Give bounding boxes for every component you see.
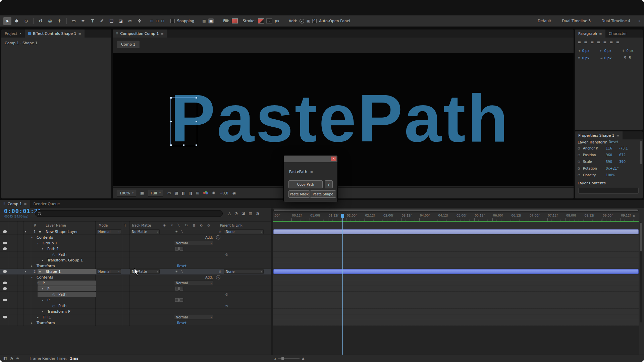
- proportional-grid-icon[interactable]: ▣: [208, 18, 214, 23]
- property-value[interactable]: 960: [606, 153, 612, 157]
- snap-to-features-icon[interactable]: ⊟: [156, 19, 159, 23]
- add-property-button[interactable]: ▸: [216, 275, 220, 280]
- path-selection-outline[interactable]: [170, 97, 197, 146]
- copy-path-button[interactable]: Copy Path: [288, 180, 323, 188]
- panel-grip-icon[interactable]: ⠿: [116, 32, 118, 35]
- twirl-icon[interactable]: ▸: [31, 321, 33, 324]
- path-operation-icon[interactable]: [175, 247, 179, 251]
- twirl-icon[interactable]: ▾: [42, 247, 43, 250]
- hand-tool[interactable]: ✱: [13, 17, 21, 25]
- clone-stamp-tool[interactable]: ❏: [107, 17, 115, 25]
- path-operation-icon[interactable]: [179, 247, 183, 251]
- column-track-matte[interactable]: Track Matte: [131, 224, 151, 227]
- twirl-icon[interactable]: ▾: [25, 270, 26, 273]
- timeline-row-transform-16[interactable]: ▸TransformReset: [0, 320, 271, 326]
- motion-blur-icon[interactable]: ◑: [256, 211, 259, 216]
- add-property-button[interactable]: ▸: [216, 235, 220, 240]
- pickwhip-icon[interactable]: ◎: [225, 304, 228, 307]
- pen-tool[interactable]: ✒: [79, 17, 87, 25]
- tab-character[interactable]: Character: [605, 29, 630, 38]
- panel-menu-icon[interactable]: ≡: [161, 32, 163, 36]
- reset-link[interactable]: Reset: [609, 140, 618, 144]
- panel-menu-icon[interactable]: ≡: [310, 170, 313, 174]
- reset-link[interactable]: Reset: [177, 264, 186, 268]
- path-operation-icon[interactable]: [175, 287, 179, 291]
- tab-render-queue[interactable]: Render Queue: [30, 200, 63, 208]
- timeline-divider[interactable]: [271, 208, 273, 355]
- parent-link-dropdown[interactable]: None▾: [224, 269, 264, 274]
- eye-icon[interactable]: [3, 287, 7, 290]
- fill-color-swatch[interactable]: [232, 18, 238, 23]
- tab-project[interactable]: Project ✕: [1, 29, 25, 38]
- timeline-row-transform-p-14[interactable]: ▸Transform: P: [0, 309, 271, 314]
- layer-contents-dropdown[interactable]: [578, 188, 639, 194]
- timeline-scrollbar[interactable]: [640, 222, 642, 322]
- timeline-row-path-11[interactable]: ◷Path◎: [0, 292, 271, 297]
- snapping-toggle[interactable]: Snapping: [170, 19, 195, 23]
- pickwhip-icon[interactable]: ◎: [219, 230, 221, 233]
- tab-paragraph[interactable]: Paragraph ≡: [575, 29, 605, 38]
- auto-open-checkbox[interactable]: [312, 19, 317, 23]
- justify-last-right-icon[interactable]: ≡: [609, 40, 613, 45]
- zoom-in-mountain-icon[interactable]: ▲: [302, 356, 304, 361]
- eraser-tool[interactable]: ◪: [117, 17, 125, 25]
- timeline-row-p-12[interactable]: ▾P: [0, 297, 271, 303]
- indent-right-field[interactable]: ⇤0 px: [600, 49, 611, 53]
- resolution-dropdown[interactable]: Full ▾: [148, 190, 163, 197]
- eye-icon[interactable]: [3, 316, 7, 318]
- transparency-grid-icon[interactable]: ▩: [174, 191, 178, 195]
- justify-last-center-icon[interactable]: ≡: [603, 40, 606, 45]
- close-icon[interactable]: ✕: [331, 157, 336, 161]
- panel-icon[interactable]: ▣: [307, 19, 310, 23]
- shape-tool[interactable]: ▭: [70, 17, 78, 25]
- property-value[interactable]: 390: [619, 160, 626, 164]
- timeline-row-fill-1-15[interactable]: ▸Fill 1Normal▾: [0, 314, 271, 320]
- grid-toggle-icon[interactable]: ▦: [202, 19, 206, 23]
- hide-shy-layers-icon[interactable]: ◪: [241, 211, 245, 216]
- path-operation-icon[interactable]: [179, 298, 183, 302]
- data-status-icon[interactable]: ◧: [3, 356, 7, 361]
- eye-icon[interactable]: [3, 247, 7, 250]
- timeline-search-input[interactable]: [35, 210, 223, 217]
- indent-left-field[interactable]: ⇥0 px: [578, 49, 589, 53]
- right-panel-scrollbar[interactable]: [640, 141, 642, 164]
- justify-all-icon[interactable]: ≡: [616, 40, 619, 45]
- timeline-row-contents-1[interactable]: ▾ContentsAdd:▸: [0, 235, 271, 240]
- stopwatch-icon[interactable]: ◷: [578, 153, 580, 157]
- tab-timeline-comp1[interactable]: ⠿ Comp 1 ≡: [0, 200, 30, 208]
- collapse-transformations-icon[interactable]: ☀: [175, 230, 178, 233]
- guides-icon[interactable]: ◨: [189, 191, 193, 195]
- panel-menu-icon[interactable]: ≡: [78, 32, 81, 36]
- column-mode[interactable]: Mode: [99, 224, 108, 227]
- paste-mask-button[interactable]: Paste Mask: [288, 190, 310, 198]
- property-value[interactable]: 116: [606, 146, 612, 150]
- timeline-row-p-9[interactable]: ▾PNormal▾: [0, 280, 271, 286]
- panel-menu-icon[interactable]: ≡: [24, 202, 26, 206]
- align-center-icon[interactable]: ≡: [584, 40, 587, 45]
- roto-brush-tool[interactable]: ✂: [126, 17, 134, 25]
- puppet-pin-tool[interactable]: ✜: [136, 17, 144, 25]
- mask-visibility-icon[interactable]: ◧: [181, 191, 185, 195]
- parent-link-dropdown[interactable]: None▾: [224, 229, 264, 234]
- first-line-indent-field[interactable]: ⇥0 px: [600, 56, 611, 60]
- path-operation-icon[interactable]: [175, 298, 179, 302]
- panel-menu-icon[interactable]: ≡: [599, 32, 602, 36]
- stopwatch-icon[interactable]: ◷: [578, 167, 580, 170]
- eye-icon[interactable]: [3, 242, 7, 244]
- rulers-icon[interactable]: ⊞: [196, 191, 199, 195]
- timeline-row-new-shape-layer-0[interactable]: ▾1★New Shape LayerNormal▾No Matte▾☀╲◎Non…: [0, 229, 271, 235]
- panel-grip-icon[interactable]: ⠿: [3, 202, 6, 205]
- layer-duration-bar[interactable]: [273, 229, 639, 234]
- timeline-row-p-10[interactable]: ▾P: [0, 286, 271, 292]
- snap-options-icon[interactable]: ⊡: [161, 19, 164, 23]
- live-update-icon[interactable]: ◔: [234, 211, 238, 216]
- track-matte-dropdown[interactable]: No Matte▾: [130, 229, 160, 234]
- track-area[interactable]: :00f00:12f01:00f01:12f02:00f02:12f03:00f…: [273, 213, 639, 355]
- workspace-overflow-icon[interactable]: »: [638, 19, 641, 23]
- panel-menu-icon[interactable]: ≡: [616, 134, 619, 137]
- eye-icon[interactable]: [3, 282, 7, 284]
- timeline-row-group-1-2[interactable]: ▾Group 1Normal▾: [0, 240, 271, 246]
- property-value[interactable]: 390: [606, 160, 612, 164]
- timeline-row-transform-group-1-5[interactable]: ▸Transform: Group 1: [0, 257, 271, 263]
- exposure-value[interactable]: +0,0: [219, 191, 228, 195]
